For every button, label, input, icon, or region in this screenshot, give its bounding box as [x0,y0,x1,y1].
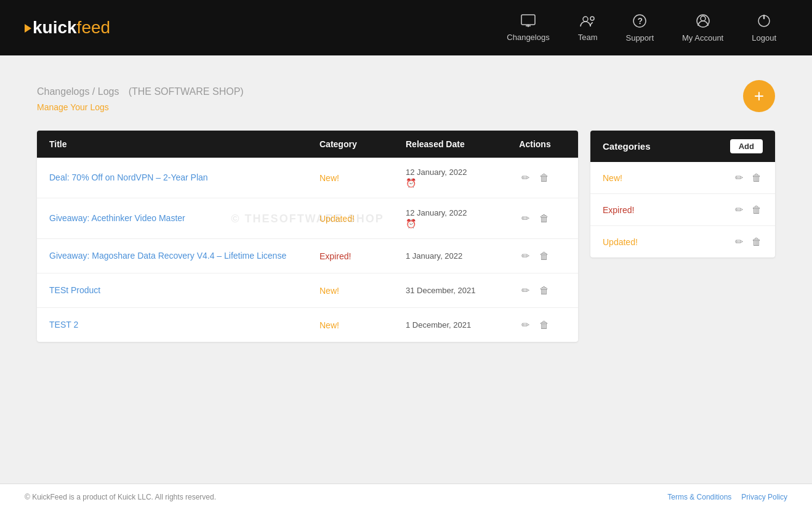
delete-category-button[interactable]: 🗑 [750,203,763,217]
edit-button[interactable]: ✏ [520,249,531,263]
row-date: 12 January, 2022 ⏰ [406,208,504,229]
row-date: 1 January, 2022 [406,251,504,261]
delete-category-button[interactable]: 🗑 [750,235,763,249]
table-row: Giveaway: Acethinker Video Master Update… [37,198,578,239]
row-title-link[interactable]: Deal: 70% Off on NordVPN – 2-Year Plan [49,172,208,182]
content-area: Title Category Released Date Actions Dea… [37,131,775,342]
nav-changelogs-label: Changelogs [507,33,549,42]
table-header: Title Category Released Date Actions [37,131,578,158]
row-title: Giveaway: Magoshare Data Recovery V4.4 –… [49,250,320,262]
logo-play-icon [25,24,31,33]
nav-support-label: Support [625,33,654,42]
category-actions: ✏ 🗑 [734,235,763,249]
row-actions: ✏ 🗑 [504,283,566,298]
category-name: Expired! [603,205,634,215]
table-row: TEST 2 New! 1 December, 2021 ✏ 🗑 [37,308,578,342]
logo: kuickfeed [25,18,110,38]
row-title-link[interactable]: Giveaway: Magoshare Data Recovery V4.4 –… [49,251,286,261]
delete-button[interactable]: 🗑 [538,318,550,332]
navigation: Changelogs Team ? Support [496,9,787,47]
row-title-link[interactable]: TESt Product [49,285,100,295]
row-actions: ✏ 🗑 [504,318,566,332]
table-row: Deal: 70% Off on NordVPN – 2-Year Plan N… [37,158,578,198]
category-row: Updated! ✏ 🗑 [590,226,775,257]
category-row: Expired! ✏ 🗑 [590,194,775,226]
terms-conditions-link[interactable]: Terms & Conditions [667,493,731,501]
clock-icon: ⏰ [406,219,504,229]
row-title: TEST 2 [49,319,320,331]
category-name: New! [603,173,622,183]
page-title-group: Changelogs / Logs (THE SOFTWARE SHOP) Ma… [37,80,244,112]
row-actions: ✏ 🗑 [504,249,566,263]
category-name: Updated! [603,237,638,247]
row-actions: ✏ 🗑 [504,211,566,225]
category-actions: ✏ 🗑 [734,171,763,185]
row-title: Giveaway: Acethinker Video Master [49,212,320,225]
delete-button[interactable]: 🗑 [538,212,550,225]
row-title: TESt Product [49,285,320,297]
row-actions: ✏ 🗑 [504,171,566,185]
svg-point-4 [590,17,594,20]
nav-myaccount-label: My Account [682,33,723,42]
th-released-date: Released Date [406,139,504,149]
edit-button[interactable]: ✏ [520,318,531,332]
privacy-policy-link[interactable]: Privacy Policy [741,493,787,501]
support-icon: ? [632,14,647,31]
logo-feed: feed [77,18,111,38]
page-title-text: Changelogs / Logs [37,86,119,97]
edit-button[interactable]: ✏ [520,283,531,298]
nav-team[interactable]: Team [567,9,609,47]
svg-point-7 [701,16,705,21]
svg-point-3 [583,17,588,22]
categories-panel: Categories Add New! ✏ 🗑 Expired! ✏ 🗑 Upd… [590,131,775,257]
account-icon [696,14,710,31]
clock-icon: ⏰ [406,178,504,188]
logout-icon [757,14,771,31]
th-category: Category [320,139,406,149]
categories-header: Categories Add [590,131,775,162]
page-subtitle-tag: (THE SOFTWARE SHOP) [129,86,244,97]
logs-table: Title Category Released Date Actions Dea… [37,131,578,342]
nav-logout[interactable]: Logout [741,9,787,47]
main-content: Changelogs / Logs (THE SOFTWARE SHOP) Ma… [0,55,812,484]
page-title: Changelogs / Logs (THE SOFTWARE SHOP) [37,80,244,99]
page-header: Changelogs / Logs (THE SOFTWARE SHOP) Ma… [37,80,775,112]
nav-logout-label: Logout [752,33,776,42]
svg-text:?: ? [638,16,643,26]
row-category: New! [320,320,406,330]
delete-button[interactable]: 🗑 [538,284,550,298]
manage-logs-link[interactable]: Manage Your Logs [37,102,244,112]
logo-kuick: kuick [25,18,77,38]
delete-button[interactable]: 🗑 [538,249,550,263]
nav-changelogs[interactable]: Changelogs [496,9,560,47]
footer-copyright: © KuickFeed is a product of Kuick LLC. A… [25,493,216,501]
categories-add-button[interactable]: Add [730,139,763,153]
nav-support[interactable]: ? Support [614,9,665,47]
footer-links: Terms & Conditions Privacy Policy [667,493,787,501]
nav-myaccount[interactable]: My Account [671,9,734,47]
categories-title: Categories [603,141,651,152]
changelogs-icon [521,14,536,30]
add-log-button[interactable]: + [743,80,775,112]
row-date: 12 January, 2022 ⏰ [406,168,504,188]
category-actions: ✏ 🗑 [734,203,763,217]
header: kuickfeed Changelogs Team [0,0,812,55]
delete-button[interactable]: 🗑 [538,171,550,185]
delete-category-button[interactable]: 🗑 [750,171,763,185]
team-icon [579,14,597,30]
nav-team-label: Team [578,33,598,42]
edit-button[interactable]: ✏ [520,211,531,225]
edit-category-button[interactable]: ✏ [734,203,744,217]
row-date: 1 December, 2021 [406,320,504,330]
row-category: Expired! [320,251,406,261]
edit-button[interactable]: ✏ [520,171,531,185]
th-title: Title [49,139,320,149]
row-title-link[interactable]: TEST 2 [49,320,78,330]
row-date: 31 December, 2021 [406,286,504,295]
edit-category-button[interactable]: ✏ [734,171,744,185]
row-title-link[interactable]: Giveaway: Acethinker Video Master [49,213,185,223]
table-row: TESt Product New! 31 December, 2021 ✏ 🗑 [37,273,578,308]
table-row: Giveaway: Magoshare Data Recovery V4.4 –… [37,239,578,273]
edit-category-button[interactable]: ✏ [734,235,744,249]
row-title: Deal: 70% Off on NordVPN – 2-Year Plan [49,172,320,184]
